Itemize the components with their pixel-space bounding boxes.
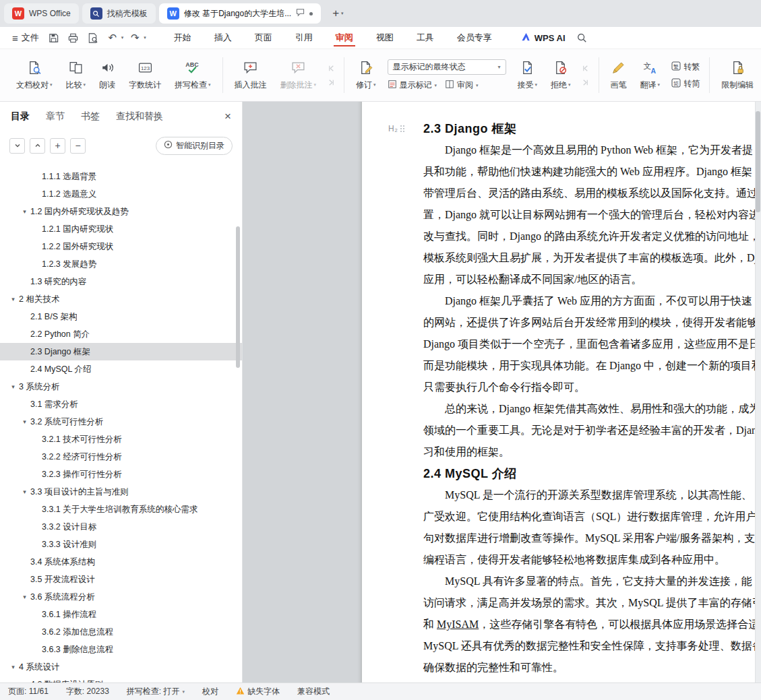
toc-item[interactable]: ▾3.2 系统可行性分析 bbox=[0, 413, 242, 431]
ribbon-compare-button[interactable]: 比较▾ bbox=[60, 53, 92, 97]
collapse-arrow-icon[interactable]: ▾ bbox=[19, 418, 30, 425]
expand-all-button[interactable] bbox=[9, 138, 25, 154]
collapse-arrow-icon[interactable]: ▾ bbox=[19, 208, 30, 215]
ribbon-word-count-button[interactable]: 123字数统计 bbox=[123, 53, 167, 97]
toc-item[interactable]: 1.2.1 国内研究现状 bbox=[0, 220, 242, 238]
drag-handle-icon[interactable] bbox=[400, 125, 404, 132]
sidebar-tabs: 目录 章节 书签 查找和替换 × bbox=[0, 102, 242, 131]
tab-wps-home[interactable]: W WPS Office bbox=[4, 3, 79, 24]
wps-ai-button[interactable]: WPS AI bbox=[521, 32, 566, 44]
doc-line: MySQL 还具有优秀的数据完整性和安全性保障，支持事务处理、数据备 bbox=[423, 635, 761, 657]
ribbon-review-pane-button[interactable]: 审阅▾ bbox=[445, 79, 479, 91]
sidebar-tab-find-replace[interactable]: 查找和替换 bbox=[116, 110, 163, 123]
toc-item[interactable]: 3.1 需求分析 bbox=[0, 395, 242, 413]
svg-text:A: A bbox=[650, 67, 656, 75]
file-menu-button[interactable]: ≡ 文件 bbox=[7, 32, 44, 44]
ribbon-accept-button[interactable]: 接受▾ bbox=[512, 53, 544, 97]
document-page[interactable]: 2.3 Django 框架H₂Django 框架是一个高效且易用的 Python… bbox=[362, 102, 761, 682]
toc-item[interactable]: ▾2 相关技术 bbox=[0, 290, 242, 308]
ribbon-doc-proof-button[interactable]: 文档校对▾ bbox=[10, 53, 59, 97]
toc-item[interactable]: 2.1 B/S 架构 bbox=[0, 308, 242, 325]
menu-tab-0[interactable]: 开始 bbox=[162, 27, 203, 49]
ribbon-fan-button[interactable]: 繁转繁 bbox=[671, 61, 700, 73]
toc-item[interactable]: 4.2 数据库设计原则 bbox=[0, 676, 242, 682]
collapse-arrow-icon[interactable]: ▾ bbox=[19, 594, 30, 600]
sidebar-tab-bookmarks[interactable]: 书签 bbox=[81, 110, 100, 123]
show-markup-state-combobox[interactable]: 显示标记的最终状态▾ bbox=[388, 59, 506, 75]
toc-item[interactable]: 3.2.1 技术可行性分析 bbox=[0, 431, 242, 448]
toc-item[interactable]: 3.6.3 删除信息流程 bbox=[0, 641, 242, 658]
menu-tab-5[interactable]: 视图 bbox=[365, 27, 405, 49]
ribbon-track-changes-button[interactable]: 修订▾ bbox=[350, 53, 382, 97]
toc-item[interactable]: 3.6.2 添加信息流程 bbox=[0, 623, 242, 641]
menu-tab-2[interactable]: 页面 bbox=[243, 27, 284, 49]
document-scrollbar-thumb[interactable] bbox=[756, 111, 760, 212]
status-item-4[interactable]: 缺失字体 bbox=[236, 686, 280, 697]
toc-item[interactable]: 1.2.2 国外研究现状 bbox=[0, 238, 242, 255]
toc-item[interactable]: 3.6.1 操作流程 bbox=[0, 606, 242, 623]
menu-tab-1[interactable]: 插入 bbox=[203, 27, 243, 49]
print-button[interactable] bbox=[65, 30, 82, 46]
toc-item[interactable]: ▾3.3 项目设计的主旨与准则 bbox=[0, 483, 242, 501]
toc-item[interactable]: 1.3 研究的内容 bbox=[0, 273, 242, 290]
heading-level-marker[interactable]: H₂ bbox=[388, 118, 404, 139]
toc-item[interactable]: ▾3.6 系统流程分析 bbox=[0, 588, 242, 606]
document-scrollbar[interactable] bbox=[755, 102, 761, 682]
ribbon-brush-button[interactable]: 画笔 bbox=[605, 53, 633, 97]
status-item-5[interactable]: 兼容模式 bbox=[297, 686, 330, 697]
ribbon-reject-button[interactable]: 拒绝▾ bbox=[545, 53, 577, 97]
smart-toc-button[interactable]: 智能识别目录 bbox=[156, 137, 233, 155]
toc-item[interactable]: 1.1.2 选题意义 bbox=[0, 185, 242, 203]
menu-tab-3[interactable]: 引用 bbox=[284, 27, 324, 49]
undo-chevron-icon[interactable]: ▾ bbox=[121, 35, 124, 40]
status-item-3[interactable]: 校对 bbox=[202, 686, 218, 697]
toc-item[interactable]: 3.2.3 操作可行性分析 bbox=[0, 466, 242, 483]
toc-item[interactable]: 3.3.2 设计目标 bbox=[0, 518, 242, 536]
sidebar-scrollbar[interactable] bbox=[236, 226, 240, 368]
collapse-arrow-icon[interactable]: ▾ bbox=[7, 296, 19, 303]
save-button[interactable] bbox=[46, 30, 62, 46]
toc-item[interactable]: 3.3.3 设计准则 bbox=[0, 536, 242, 553]
increase-level-button[interactable]: + bbox=[50, 138, 65, 154]
status-item-2[interactable]: 拼写检查: 打开▾ bbox=[127, 686, 185, 697]
redo-chevron-icon[interactable]: ▾ bbox=[144, 35, 146, 40]
tab-template[interactable]: 找稿壳模板 bbox=[82, 3, 156, 24]
sidebar-tab-toc[interactable]: 目录 bbox=[11, 110, 30, 123]
toc-item[interactable]: 2.4 MySQL 介绍 bbox=[0, 360, 242, 378]
toc-item[interactable]: ▾4 系统设计 bbox=[0, 658, 242, 676]
search-button[interactable] bbox=[574, 30, 590, 46]
toc-item[interactable]: 1.2.3 发展趋势 bbox=[0, 255, 242, 273]
menu-tab-7[interactable]: 会员专享 bbox=[446, 27, 504, 49]
undo-button[interactable]: ↶ bbox=[104, 30, 121, 46]
collapse-arrow-icon[interactable]: ▾ bbox=[19, 488, 30, 495]
toc-item[interactable]: 3.5 开发流程设计 bbox=[0, 571, 242, 588]
wps-ai-logo-icon bbox=[521, 32, 531, 44]
toc-item[interactable]: ▾1.2 国内外研究现状及趋势 bbox=[0, 203, 242, 220]
redo-button[interactable]: ↷ bbox=[127, 30, 143, 46]
toc-item[interactable]: ▾3 系统分析 bbox=[0, 378, 242, 395]
new-tab-button[interactable]: +▾ bbox=[332, 7, 343, 20]
toc-item[interactable]: 3.3.1 关于大学生培训教育系统的核心需求 bbox=[0, 501, 242, 518]
decrease-level-button[interactable]: − bbox=[70, 138, 86, 154]
ribbon-show-marks-button[interactable]: 显示标记▾ bbox=[388, 79, 437, 91]
toc-item[interactable]: 2.3 Django 框架 bbox=[0, 343, 242, 360]
ribbon-restrict-edit-button[interactable]: 限制编辑 bbox=[715, 53, 760, 97]
menu-tab-6[interactable]: 工具 bbox=[405, 27, 446, 49]
close-sidebar-button[interactable]: × bbox=[224, 110, 231, 123]
ribbon-jian-button[interactable]: 简转简 bbox=[671, 78, 700, 90]
sidebar-tab-chapters[interactable]: 章节 bbox=[46, 110, 65, 123]
toc-item[interactable]: 1.1.1 选题背景 bbox=[0, 168, 242, 185]
menu-tab-4[interactable]: 审阅 bbox=[324, 27, 365, 49]
collapse-arrow-icon[interactable]: ▾ bbox=[7, 383, 19, 390]
tab-document[interactable]: W 修改 基于Django的大学生培... bbox=[159, 3, 321, 24]
ribbon-spell-check-button[interactable]: ABC拼写检查▾ bbox=[169, 53, 217, 97]
print-preview-button[interactable] bbox=[85, 30, 101, 46]
ribbon-read-aloud-button[interactable]: 朗读 bbox=[93, 53, 121, 97]
ribbon-comment-insert-button[interactable]: 插入批注 bbox=[229, 53, 273, 97]
ribbon-translate-button[interactable]: 文A翻译▾ bbox=[634, 53, 667, 97]
collapse-arrow-icon[interactable]: ▾ bbox=[7, 664, 19, 670]
toc-item[interactable]: 2.2 Python 简介 bbox=[0, 325, 242, 343]
toc-item[interactable]: 3.4 系统体系结构 bbox=[0, 553, 242, 571]
toc-item[interactable]: 3.2.2 经济可行性分析 bbox=[0, 448, 242, 466]
collapse-all-button[interactable] bbox=[30, 138, 45, 154]
